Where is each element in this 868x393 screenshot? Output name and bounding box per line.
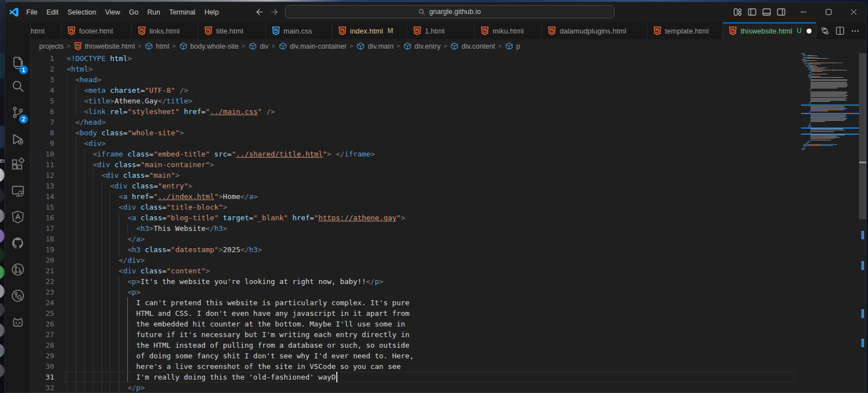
code-line-7: </head> <box>66 117 106 127</box>
background-avatar <box>0 284 4 299</box>
activity-source-control-icon[interactable]: 2 <box>4 100 31 125</box>
line-number: 8 <box>31 127 54 138</box>
activity-github-icon[interactable] <box>4 231 31 255</box>
background-avatar <box>0 168 4 182</box>
tab-1.html[interactable]: 1.html <box>407 22 475 39</box>
maximize-button[interactable] <box>816 2 841 22</box>
menu-file[interactable]: File <box>22 6 42 18</box>
activity-extensions-icon[interactable] <box>4 153 31 177</box>
activity-badge: 2 <box>19 115 28 124</box>
breadcrumb-item-html[interactable]: html <box>145 42 169 50</box>
breadcrumb-item-p[interactable]: p <box>505 42 520 50</box>
chevron-right-icon: > <box>397 42 400 50</box>
tab-main.css[interactable]: main.css <box>266 22 332 39</box>
code-line-3: <head> <box>66 74 101 85</box>
tab-index.html[interactable]: index.htmlM <box>332 22 407 39</box>
tab-label: title.html <box>216 27 243 35</box>
customize-layout-icon[interactable] <box>733 8 742 16</box>
tab-template.html[interactable]: template.html <box>647 22 723 39</box>
scrollbar-slider[interactable] <box>859 53 866 219</box>
menu-help[interactable]: Help <box>200 6 223 18</box>
overview-decoration-mark <box>861 339 864 347</box>
line-number: 26 <box>31 319 54 329</box>
breadcrumb-label: div.main-container <box>290 42 347 50</box>
tab-thiswebsite.html[interactable]: thiswebsite.htmlU <box>723 22 817 39</box>
symbol-cube-icon <box>450 42 459 50</box>
menu-selection[interactable]: Selection <box>63 6 101 18</box>
background-avatar <box>0 248 4 262</box>
tab-links.html[interactable]: links.html <box>132 22 199 39</box>
activity-explorer-icon[interactable]: 1 <box>4 51 31 75</box>
line-number: 28 <box>31 340 54 351</box>
tab-dalamudplugins.html[interactable]: dalamudplugins.html <box>542 22 647 39</box>
code-line-20: </div> <box>66 255 145 266</box>
breadcrumb-item-div.content[interactable]: div.content <box>450 42 495 50</box>
menu-go[interactable]: Go <box>125 6 143 18</box>
breadcrumb-label: div.main <box>368 42 393 50</box>
background-avatar <box>0 343 4 358</box>
vertical-scrollbar[interactable] <box>859 53 866 393</box>
menu-view[interactable]: View <box>101 6 125 18</box>
tab-label: links.html <box>150 27 180 35</box>
activity-bar: 12 <box>4 22 31 393</box>
command-center-search[interactable]: gnargle.github.io <box>285 5 614 18</box>
menu-run[interactable]: Run <box>143 6 165 18</box>
activity-angular-icon[interactable] <box>4 205 31 229</box>
vscode-logo-icon <box>9 7 18 17</box>
search-icon <box>418 8 426 16</box>
activity-remote-explorer-icon[interactable] <box>4 179 31 203</box>
code-line-1: <!DOCTYPE html> <box>66 53 132 64</box>
symbol-cube-icon <box>356 42 365 50</box>
code-line-24: I can't pretend this website is particul… <box>66 297 409 308</box>
breadcrumb-item-div.main-container[interactable]: div.main-container <box>279 42 347 50</box>
tab-footer.html[interactable]: footer.html <box>61 22 132 39</box>
menu-edit[interactable]: Edit <box>42 6 63 18</box>
breadcrumb-item-div.entry[interactable]: div.entry <box>403 42 441 50</box>
code-line-9: <div> <box>66 138 106 149</box>
html-file-icon <box>137 26 146 35</box>
code-line-14: <a href="../index.html">Home</a> <box>66 191 257 202</box>
line-number: 21 <box>31 266 54 276</box>
activity-pet-icon[interactable] <box>4 310 31 335</box>
breadcrumb-item-div.main[interactable]: div.main <box>356 42 393 50</box>
breadcrumb-label: div.entry <box>414 42 441 50</box>
toggle-panel-icon[interactable] <box>762 8 771 16</box>
breadcrumb-item-projects[interactable]: projects <box>39 42 64 50</box>
breadcrumb-item-thiswebsite.html[interactable]: thiswebsite.html <box>74 42 135 50</box>
menu-terminal[interactable]: Terminal <box>165 6 200 18</box>
nav-back-icon[interactable] <box>255 8 264 16</box>
chevron-right-icon: > <box>138 42 142 50</box>
breadcrumb: projects>thiswebsite.html>html>body.whol… <box>31 39 866 53</box>
line-number: 17 <box>31 223 54 234</box>
code-line-18: </a> <box>66 234 145 244</box>
line-number: 14 <box>31 191 54 202</box>
chevron-right-icon: > <box>443 42 447 50</box>
tab-label: dalamudplugins.html <box>560 27 626 35</box>
vscode-window: FileEditSelectionViewGoRunTerminalHelp g… <box>4 2 866 393</box>
nav-forward-icon[interactable] <box>270 8 279 16</box>
minimize-button[interactable] <box>791 2 816 22</box>
minimap[interactable] <box>796 53 859 393</box>
activity-github-pr-icon[interactable] <box>4 257 31 282</box>
text-cursor <box>336 372 337 382</box>
split-editor-icon[interactable] <box>836 26 845 35</box>
symbol-cube-icon <box>249 42 257 50</box>
toggle-secondary-sidebar-icon[interactable] <box>777 8 785 16</box>
more-actions-icon[interactable] <box>851 26 860 35</box>
code-editor[interactable]: 1<!DOCTYPE html>2<html>3 <head>4 <meta c… <box>31 53 866 393</box>
breadcrumb-item-body.whole-site[interactable]: body.whole-site <box>179 42 239 50</box>
activity-git-graph-icon[interactable] <box>4 283 31 308</box>
toggle-sidebar-icon[interactable] <box>748 8 756 16</box>
tab-html[interactable]: html <box>31 22 61 39</box>
activity-run-debug-icon[interactable] <box>4 127 31 151</box>
activity-search-icon[interactable] <box>4 74 31 98</box>
html-file-icon <box>74 42 82 50</box>
breadcrumb-item-div[interactable]: div <box>249 42 269 50</box>
tab-miku.html[interactable]: miku.html <box>475 22 542 39</box>
unsaved-dot-icon[interactable] <box>807 29 812 34</box>
css-file-icon <box>271 26 280 35</box>
activity-badge: 1 <box>19 65 28 74</box>
open-changes-icon[interactable] <box>821 26 829 35</box>
tab-title.html[interactable]: title.html <box>198 22 266 39</box>
close-button[interactable] <box>841 2 866 22</box>
